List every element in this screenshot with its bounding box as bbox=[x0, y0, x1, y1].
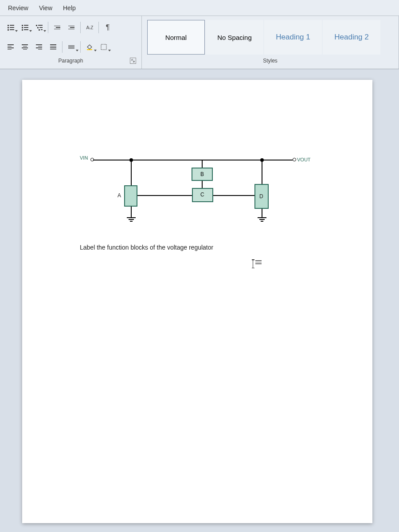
style-heading-1[interactable]: Heading 1 bbox=[264, 20, 322, 55]
pilcrow-icon: ¶ bbox=[106, 23, 110, 31]
show-marks-button[interactable]: ¶ bbox=[102, 21, 114, 34]
styles-group-label: Styles bbox=[145, 57, 396, 66]
block-c-label: C bbox=[200, 192, 204, 198]
align-right-icon bbox=[36, 44, 42, 50]
borders-icon bbox=[101, 44, 107, 50]
text-cursor-indicator bbox=[253, 259, 262, 268]
block-a-shape bbox=[124, 185, 137, 207]
style-heading-2[interactable]: Heading 2 bbox=[323, 20, 380, 55]
bullets-button[interactable] bbox=[4, 21, 17, 34]
align-center-icon bbox=[22, 44, 28, 50]
paragraph-group-label: Paragraph bbox=[3, 57, 139, 66]
document-page[interactable]: VIN VOUT A B C bbox=[22, 80, 372, 523]
svg-rect-1 bbox=[101, 44, 106, 50]
ibeam-icon bbox=[253, 259, 254, 268]
separator bbox=[80, 41, 81, 53]
wire-d-bottom bbox=[262, 209, 262, 217]
style-no-spacing[interactable]: No Spacing bbox=[206, 20, 263, 55]
ribbon: A↓Z ¶ bbox=[0, 16, 399, 69]
launcher-icon bbox=[131, 59, 135, 63]
separator bbox=[62, 41, 63, 53]
style-normal[interactable]: Normal bbox=[147, 20, 205, 55]
shading-button[interactable] bbox=[83, 41, 96, 53]
block-b-label: B bbox=[200, 171, 204, 177]
menu-help[interactable]: Help bbox=[59, 2, 80, 14]
wire-a-bottom bbox=[131, 207, 132, 217]
justify-icon bbox=[50, 44, 56, 50]
paragraph-mark-icon bbox=[255, 260, 262, 264]
increase-indent-icon bbox=[68, 26, 74, 30]
justify-button[interactable] bbox=[47, 41, 59, 53]
diagram-caption: Label the function blocks of the voltage… bbox=[80, 244, 213, 251]
svg-rect-0 bbox=[87, 49, 92, 50]
style-gallery: Normal No Spacing Heading 1 Heading 2 bbox=[145, 18, 396, 57]
ribbon-group-paragraph: A↓Z ¶ bbox=[0, 16, 142, 69]
decrease-indent-button[interactable] bbox=[51, 21, 63, 34]
wire-a-c bbox=[137, 195, 192, 196]
sort-button[interactable]: A↓Z bbox=[83, 21, 96, 34]
numbering-icon bbox=[22, 25, 28, 31]
align-left-button[interactable] bbox=[4, 41, 17, 53]
separator bbox=[48, 22, 48, 33]
align-left-icon bbox=[8, 44, 14, 50]
increase-indent-button[interactable] bbox=[65, 21, 78, 34]
ground-d bbox=[258, 217, 266, 222]
wire-d-top bbox=[262, 160, 262, 184]
wire-c-d bbox=[213, 195, 254, 196]
line-spacing-icon bbox=[68, 45, 74, 49]
ribbon-group-styles: Normal No Spacing Heading 1 Heading 2 St… bbox=[142, 16, 399, 69]
block-d-label: D bbox=[259, 193, 263, 200]
vout-label: VOUT bbox=[297, 157, 311, 162]
multilevel-icon bbox=[36, 25, 43, 31]
block-a-label: A bbox=[117, 192, 121, 199]
menu-review[interactable]: Review bbox=[4, 2, 33, 14]
paragraph-row-1: A↓Z ¶ bbox=[3, 18, 139, 37]
align-right-button[interactable] bbox=[33, 41, 45, 53]
vin-label: VIN bbox=[80, 155, 88, 160]
paragraph-dialog-launcher[interactable] bbox=[130, 58, 136, 64]
document-area[interactable]: VIN VOUT A B C bbox=[0, 69, 399, 532]
circuit-diagram: VIN VOUT A B C bbox=[80, 146, 315, 235]
vout-terminal bbox=[293, 158, 296, 161]
menu-bar: Review View Help bbox=[0, 0, 399, 16]
paint-bucket-icon bbox=[86, 43, 93, 51]
wire-b-top bbox=[202, 160, 203, 168]
paragraph-row-2 bbox=[3, 37, 139, 57]
decrease-indent-icon bbox=[54, 26, 60, 30]
separator bbox=[98, 22, 99, 33]
align-center-button[interactable] bbox=[19, 41, 31, 53]
ground-a bbox=[127, 217, 136, 222]
separator bbox=[80, 22, 81, 33]
menu-view[interactable]: View bbox=[35, 2, 57, 14]
borders-button[interactable] bbox=[98, 41, 110, 53]
sort-icon: A↓Z bbox=[86, 26, 93, 30]
line-spacing-button[interactable] bbox=[65, 41, 78, 53]
bullets-icon bbox=[8, 25, 14, 31]
multilevel-list-button[interactable] bbox=[33, 21, 45, 34]
numbering-button[interactable] bbox=[19, 21, 31, 34]
